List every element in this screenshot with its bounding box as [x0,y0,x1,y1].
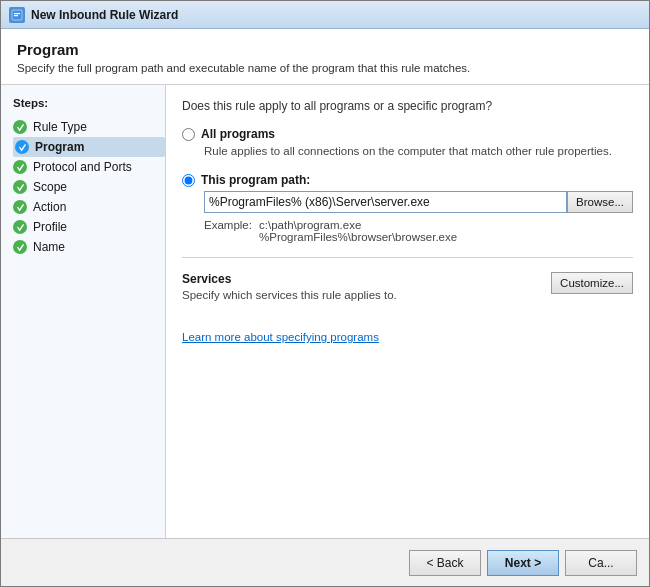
all-programs-label[interactable]: All programs [201,127,275,141]
sidebar-item-scope[interactable]: Scope [13,177,165,197]
services-section: Services Specify which services this rul… [182,272,633,301]
all-programs-desc: Rule applies to all connections on the c… [204,145,633,157]
learn-more-link[interactable]: Learn more about specifying programs [182,331,633,343]
sidebar-item-name[interactable]: Name [13,237,165,257]
all-programs-radio[interactable] [182,128,195,141]
program-path-group: This program path: Browse... Example: c:… [182,173,633,243]
program-path-radio[interactable] [182,174,195,187]
sidebar-label-scope: Scope [33,180,67,194]
all-programs-group: All programs Rule applies to all connect… [182,127,633,157]
wizard-window: New Inbound Rule Wizard Program Specify … [0,0,650,587]
program-path-radio-row[interactable]: This program path: [182,173,633,187]
divider [182,257,633,258]
sidebar-label-action: Action [33,200,66,214]
step-dot-protocol-ports [13,160,27,174]
example-line-2: %ProgramFiles%\browser\browser.exe [259,231,457,243]
question-text: Does this rule apply to all programs or … [182,99,633,113]
sidebar-label-name: Name [33,240,65,254]
services-title: Services [182,272,541,286]
example-label: Example: [204,219,259,243]
svg-rect-1 [14,13,20,14]
content-area: Steps: Rule Type Program Protocol and Po… [1,85,649,538]
example-section: Example: c:\path\program.exe %ProgramFil… [204,219,633,243]
header-description: Specify the full program path and execut… [17,62,633,74]
sidebar-item-action[interactable]: Action [13,197,165,217]
next-button[interactable]: Next > [487,550,559,576]
svg-rect-2 [14,15,18,16]
step-dot-rule-type [13,120,27,134]
program-path-input[interactable] [204,191,567,213]
sidebar-label-rule-type: Rule Type [33,120,87,134]
step-dot-profile [13,220,27,234]
all-programs-radio-row[interactable]: All programs [182,127,633,141]
header-section: Program Specify the full program path an… [1,29,649,85]
step-dot-action [13,200,27,214]
sidebar-item-program[interactable]: Program [13,137,165,157]
sidebar-label-program: Program [35,140,84,154]
step-dot-scope [13,180,27,194]
sidebar-item-profile[interactable]: Profile [13,217,165,237]
example-line-1: c:\path\program.exe [259,219,457,231]
main-panel: Does this rule apply to all programs or … [166,85,649,538]
sidebar-item-rule-type[interactable]: Rule Type [13,117,165,137]
back-button[interactable]: < Back [409,550,481,576]
steps-label: Steps: [13,97,165,109]
sidebar-label-protocol-ports: Protocol and Ports [33,160,132,174]
sidebar: Steps: Rule Type Program Protocol and Po… [1,85,166,538]
footer: < Back Next > Ca... [1,538,649,586]
example-row: Example: c:\path\program.exe %ProgramFil… [204,219,633,243]
page-title: Program [17,41,633,58]
services-desc: Specify which services this rule applies… [182,289,541,301]
sidebar-item-protocol-ports[interactable]: Protocol and Ports [13,157,165,177]
title-bar: New Inbound Rule Wizard [1,1,649,29]
example-values: c:\path\program.exe %ProgramFiles%\brows… [259,219,457,243]
program-path-label[interactable]: This program path: [201,173,310,187]
sidebar-label-profile: Profile [33,220,67,234]
customize-button[interactable]: Customize... [551,272,633,294]
step-dot-name [13,240,27,254]
path-input-row: Browse... [204,191,633,213]
step-dot-program [15,140,29,154]
browse-button[interactable]: Browse... [567,191,633,213]
cancel-button[interactable]: Ca... [565,550,637,576]
window-icon [9,7,25,23]
title-bar-text: New Inbound Rule Wizard [31,8,178,22]
services-text: Services Specify which services this rul… [182,272,541,301]
